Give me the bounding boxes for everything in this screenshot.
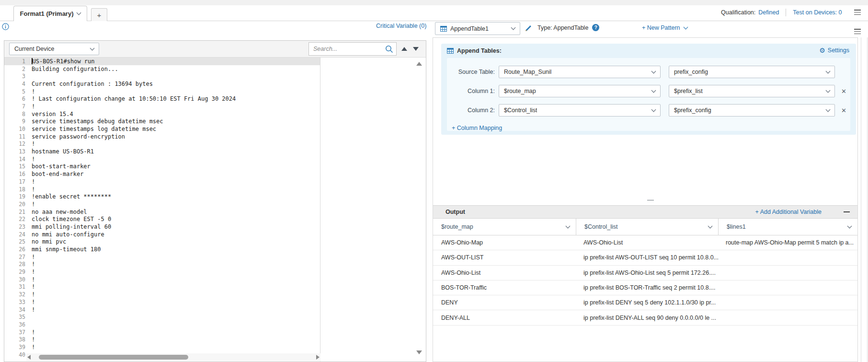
code-line[interactable]: 8version 15.4 [4, 110, 320, 118]
output-row[interactable]: AWS-OUT-LISTip prefix-list AWS-OUT-LIST … [433, 250, 857, 265]
code-line[interactable]: 10service timestamps log datetime msec [4, 125, 320, 133]
code-line[interactable]: 16boot-end-marker [4, 170, 320, 178]
append-left-select[interactable]: Route_Map_Sunil [499, 66, 661, 78]
chevron-down-icon [683, 24, 688, 29]
code-line[interactable]: 15boot-start-marker [4, 163, 320, 171]
tab-format1-primary[interactable]: Format1 (Primary) [13, 6, 87, 21]
remove-column-button[interactable]: ✕ [841, 88, 846, 95]
append-left-select[interactable]: $Control_list [499, 104, 661, 117]
settings-button[interactable]: ⚙ Settings [819, 47, 849, 54]
code-line[interactable]: 4Current configuration : 13694 bytes [4, 80, 320, 88]
code-line[interactable]: 1US-BOS-R1#show run [4, 58, 320, 65]
add-additional-variable-link[interactable]: + Add Additional Variable [755, 209, 822, 215]
search-input[interactable] [313, 46, 385, 52]
code-line[interactable]: 31! [4, 283, 320, 291]
code-line[interactable]: 36 [4, 321, 320, 328]
remove-column-button[interactable]: ✕ [841, 107, 846, 114]
append-row-label: Source Table: [447, 69, 495, 75]
append-tables-card: Append Tables: ⚙ Settings Source Table:R… [441, 44, 856, 135]
code-line[interactable]: 33! [4, 298, 320, 306]
device-select[interactable]: Current Device [9, 43, 99, 55]
code-line[interactable]: 14! [4, 155, 320, 163]
scroll-left-arrow-icon[interactable] [27, 355, 31, 360]
hamburger-menu-icon[interactable] [854, 10, 861, 15]
scroll-up-arrow-icon[interactable] [416, 62, 422, 66]
output-row[interactable]: BOS-TOR-Trafficip prefix-list BOS-TOR-Tr… [433, 280, 857, 295]
output-row[interactable]: AWS-Ohio-MapAWS-Ohio-Listroute-map AWS-O… [433, 235, 857, 250]
find-previous-button[interactable] [401, 47, 407, 51]
code-line[interactable]: 6! Last configuration change at 10:50:10… [4, 95, 320, 103]
scroll-down-arrow-icon[interactable] [416, 350, 422, 354]
output-cell: ip prefix-list AWS-Ohio-List seq 5 permi… [576, 269, 719, 276]
output-column-header[interactable]: $Control_list [576, 219, 719, 235]
output-row[interactable]: DENYip prefix-list DENY seq 5 deny 102.1… [433, 295, 857, 310]
code-line[interactable]: 25no mmi pvc [4, 238, 320, 246]
code-editor[interactable]: 1US-BOS-R1#show run2Building configurati… [4, 58, 320, 362]
code-line[interactable]: 7! [4, 103, 320, 110]
code-line[interactable]: 39! [4, 343, 320, 351]
code-line[interactable]: 21no aaa new-model [4, 208, 320, 216]
code-line[interactable]: 26mmi snmp-timeout 180 [4, 245, 320, 253]
code-line[interactable]: 27! [4, 253, 320, 261]
pattern-table-select[interactable]: AppendTable1 [435, 22, 520, 35]
add-tab-button[interactable]: + [91, 8, 107, 21]
hamburger-menu-icon[interactable] [854, 29, 861, 34]
qualification-value-link[interactable]: Defined [758, 9, 779, 16]
line-text: ! [25, 269, 35, 275]
right-scrollbar-track[interactable] [861, 37, 868, 362]
output-column-header[interactable]: $route_map [433, 219, 576, 235]
append-left-select[interactable]: $route_map [499, 85, 661, 97]
code-line[interactable]: 20! [4, 200, 320, 208]
append-right-select[interactable]: $prefix_list [669, 85, 835, 97]
code-line[interactable]: 19!enable secret ******** [4, 193, 320, 200]
output-column-header[interactable]: $lines1 [719, 219, 857, 235]
output-row[interactable]: DENY-ALLip prefix-list DENY-ALL seq 90 d… [433, 310, 857, 325]
code-line[interactable]: 38! [4, 336, 320, 343]
append-right-select[interactable]: $prefix_config [669, 104, 835, 117]
line-text: clock timezone EST -5 0 [25, 216, 111, 222]
code-line[interactable]: 18! [4, 186, 320, 193]
code-line[interactable]: 29! [4, 268, 320, 276]
info-icon[interactable] [2, 23, 9, 32]
code-line[interactable]: 23mmi polling-interval 60 [4, 223, 320, 231]
chevron-down-icon [651, 88, 656, 93]
help-icon[interactable]: ? [592, 24, 599, 31]
code-line[interactable]: 22clock timezone EST -5 0 [4, 215, 320, 223]
table-grid-icon [440, 26, 447, 32]
scrollbar-thumb[interactable] [39, 355, 188, 360]
code-line[interactable]: 17! [4, 178, 320, 186]
code-line[interactable]: 30! [4, 276, 320, 283]
search-icon[interactable] [385, 45, 393, 53]
code-line[interactable]: 5! [4, 88, 320, 95]
line-number: 30 [4, 276, 25, 283]
code-line[interactable]: 24no mmi auto-configure [4, 231, 320, 238]
find-next-button[interactable] [413, 47, 419, 51]
output-row[interactable]: AWS-Ohio-Listip prefix-list AWS-Ohio-Lis… [433, 266, 857, 280]
code-line[interactable]: 35 [4, 313, 320, 321]
code-line[interactable]: 34! [4, 306, 320, 314]
code-line[interactable]: 13hostname US-BOS-R1 [4, 148, 320, 155]
code-line[interactable]: 2Building configuration... [4, 65, 320, 73]
gear-icon: ⚙ [819, 47, 825, 54]
critical-variable-link[interactable]: Critical Variable (0) [376, 23, 426, 29]
code-line[interactable]: 28! [4, 261, 320, 269]
minus-icon[interactable] [844, 211, 850, 212]
edit-pencil-icon[interactable] [525, 24, 532, 34]
append-right-select[interactable]: prefix_config [669, 66, 835, 78]
code-line[interactable]: 32! [4, 291, 320, 298]
test-on-devices-link[interactable]: Test on Devices: 0 [793, 9, 842, 16]
code-line[interactable]: 12! [4, 140, 320, 148]
horizontal-scrollbar[interactable] [26, 353, 320, 361]
code-line[interactable]: 3 [4, 72, 320, 80]
tab-label: Format1 (Primary) [20, 10, 74, 17]
new-pattern-button[interactable]: + New Pattern [642, 24, 687, 31]
code-line[interactable]: 9service timestamps debug datetime msec [4, 118, 320, 126]
add-column-mapping-link[interactable]: + Column Mapping [452, 125, 502, 131]
scroll-right-arrow-icon[interactable] [316, 355, 320, 360]
line-number: 14 [4, 156, 25, 163]
line-text: ! [25, 291, 35, 298]
line-number: 39 [4, 344, 25, 350]
code-line[interactable]: 37! [4, 328, 320, 336]
code-line[interactable]: 11service password-encryption [4, 133, 320, 140]
pattern-type: Type: AppendTable ? [537, 24, 599, 31]
